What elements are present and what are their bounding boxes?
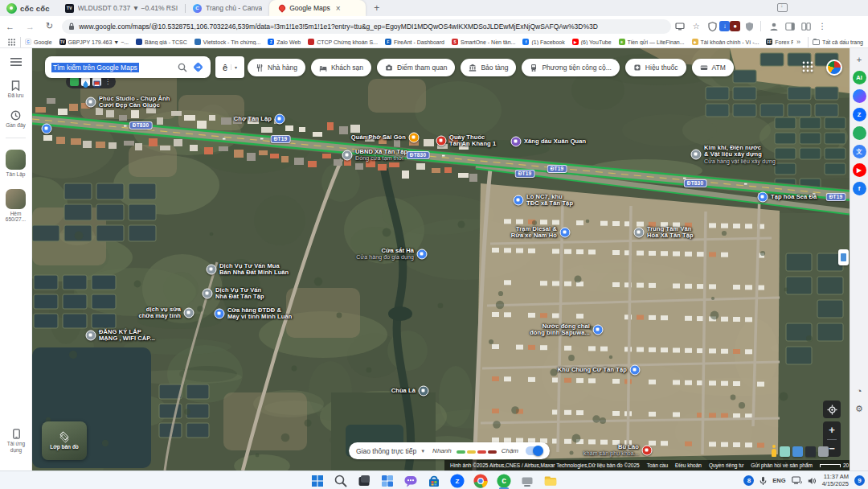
poi-kim-khi-dien-nuoc-pin-icon[interactable] bbox=[691, 150, 702, 160]
traffic-control[interactable]: Giao thông trực tiếp ▼ Nhanh Chậm bbox=[349, 442, 550, 459]
water-drop-ext-icon[interactable] bbox=[81, 77, 90, 86]
chip-transit[interactable]: Phương tiện công cộ... bbox=[522, 59, 619, 76]
bookmarks-overflow[interactable]: » bbox=[793, 38, 804, 46]
pegman-icon[interactable] bbox=[770, 445, 777, 457]
poi-dang-ky-lap-mang-pin-icon[interactable] bbox=[86, 331, 96, 341]
traffic-dropdown[interactable]: Giao thông trực tiếp bbox=[356, 447, 416, 455]
split-view-icon[interactable] bbox=[799, 19, 813, 34]
poi-tap-hoa-sea-da-pin-icon[interactable] bbox=[758, 192, 768, 203]
youtube-icon[interactable]: ▶ bbox=[853, 163, 866, 177]
directions-icon[interactable] bbox=[192, 61, 204, 73]
poi-nuoc-dong-chai-pin-icon[interactable] bbox=[593, 325, 604, 335]
attribution-link[interactable]: Gửi phản hồi về sản phẩm bbox=[751, 462, 813, 468]
bookmark-item[interactable]: f(1) Facebook bbox=[522, 39, 564, 45]
imagery-tile[interactable] bbox=[805, 446, 816, 457]
bookmark-item[interactable]: TVGBPJPY 179.463 ▼ −... bbox=[59, 39, 129, 45]
bookmark-item[interactable]: SSmartOne - Nền tản... bbox=[452, 39, 515, 45]
my-location-button[interactable] bbox=[823, 401, 841, 418]
search-input[interactable]: Tìm kiếm trên Google Maps bbox=[51, 63, 139, 72]
tray-badge-left[interactable]: 8 bbox=[743, 475, 754, 486]
poi-nuoc-dong-chai-label[interactable]: Nước đóng chai đóng bình Sapuwa... bbox=[530, 323, 590, 337]
address-bar[interactable]: www.google.com/maps/@10.5328751,106.7032… bbox=[62, 19, 671, 34]
overlay-menu-icon[interactable]: ⋮ bbox=[104, 78, 112, 85]
profile-icon[interactable] bbox=[767, 19, 781, 34]
browser-menu-icon[interactable]: ⋮ bbox=[815, 19, 829, 34]
add-panel-icon[interactable]: + bbox=[853, 52, 866, 66]
forward-button[interactable]: → bbox=[20, 22, 40, 31]
poi-quan-pho-sai-gon-label[interactable]: Quán Phở Sài Gòn bbox=[351, 134, 406, 142]
history-icon[interactable]: ◔ bbox=[853, 384, 866, 397]
attribution-link[interactable]: Quyền riêng tư bbox=[709, 462, 743, 468]
poi-chua-la-label[interactable]: Chùa Là bbox=[391, 388, 416, 395]
bookmark-item[interactable]: Vietstock - Tin chứng... bbox=[194, 39, 260, 45]
poi-khu-chung-cu-pin-icon[interactable] bbox=[630, 365, 641, 376]
poi-dv-mua-ban-nha-dat-label[interactable]: Dịch Vụ Tư Vấn Mua Bán Nhà Đất Minh Luân bbox=[219, 263, 289, 277]
poi-kim-khi-dien-nuoc-label[interactable]: Kim khí, Điện nước & Vật liệu xây dựngCử… bbox=[704, 145, 776, 166]
poi-phuc-studio-label[interactable]: Phúc Studio - Chụp Ảnh Cưới Đẹp Cần Giuộ… bbox=[99, 96, 170, 109]
rail-place-0[interactable]: Tân Lập bbox=[0, 150, 31, 178]
taskbar-chrome-icon[interactable] bbox=[473, 473, 489, 489]
microphone-icon[interactable] bbox=[760, 476, 767, 486]
poi-dv-nha-dat-tan-tap-pin-icon[interactable] bbox=[203, 289, 213, 299]
rail-place-1[interactable]: Hẻm 650/27... bbox=[0, 189, 31, 223]
network-icon[interactable] bbox=[792, 476, 802, 485]
language-indicator[interactable]: ENG bbox=[772, 477, 785, 484]
taskbar-search-icon[interactable] bbox=[333, 473, 349, 489]
taskbar-taskview-icon[interactable] bbox=[356, 473, 372, 489]
volume-icon[interactable] bbox=[808, 477, 817, 485]
poi-lo-nc7-label[interactable]: Lô NC7, khu TĐC xã Tân Tập bbox=[526, 194, 573, 208]
account-avatar[interactable] bbox=[826, 60, 842, 76]
bookmark-item[interactable]: ZZalo Web bbox=[268, 39, 301, 45]
chip-restaurant[interactable]: Nhà hàng bbox=[248, 59, 305, 76]
taskbar-coccoc-icon[interactable]: c bbox=[496, 473, 512, 489]
extension-shield-icon[interactable] bbox=[742, 19, 756, 34]
poi-cua-sat-ha-label[interactable]: Cửa sắt HàCửa hàng đồ gia dụng bbox=[356, 248, 414, 261]
browser-brand[interactable]: cốc cốc bbox=[0, 3, 58, 14]
messenger-icon[interactable] bbox=[853, 89, 866, 103]
poi-quan-pho-sai-gon-pin-icon[interactable] bbox=[409, 133, 420, 143]
chip-pharmacy[interactable]: Hiệu thuốc bbox=[625, 59, 686, 76]
search-icon[interactable] bbox=[178, 63, 187, 72]
poi-cho-tan-lap-pin-icon[interactable] bbox=[275, 114, 285, 125]
translate-icon[interactable]: 文 bbox=[853, 145, 866, 158]
poi-sua-chua-may-tinh-pin-icon[interactable] bbox=[184, 308, 194, 318]
flag-ext-icon[interactable] bbox=[92, 77, 101, 86]
bookmark-item[interactable]: ◆Tài khoản chính - Ví -... bbox=[692, 39, 760, 45]
bookmark-item[interactable]: FFForex Factory | Forex... bbox=[766, 39, 793, 45]
bookmark-item[interactable]: Bảng giá - TCSC bbox=[136, 39, 187, 45]
taskbar-start-icon[interactable] bbox=[309, 473, 326, 489]
poi-cua-hang-dtdd-label[interactable]: Cửa hàng ĐTDĐ & Máy vi tính Minh Luân bbox=[227, 307, 292, 321]
side-panel-icon[interactable] bbox=[783, 19, 797, 34]
taskbar-explorer-icon[interactable] bbox=[542, 473, 559, 489]
back-button[interactable]: ← bbox=[0, 22, 20, 31]
poi-quay-thuoc-tan-an-khang-label[interactable]: Quầy Thuốc Tân An Khang 1 bbox=[449, 134, 496, 148]
poi-phong-kham-label[interactable]: Bù Làokhám sản phụ khoa... bbox=[583, 444, 639, 458]
poi-cua-sat-ha-pin-icon[interactable] bbox=[417, 249, 428, 260]
bookmark-item[interactable]: GGoogle bbox=[25, 39, 52, 45]
poi-xang-dau-xuan-quan-pin-icon[interactable] bbox=[511, 137, 522, 147]
poi-dv-mua-ban-nha-dat-pin-icon[interactable] bbox=[207, 265, 217, 275]
taskbar-zalo-icon[interactable]: Z bbox=[449, 473, 465, 489]
poi-phuc-studio-pin-icon[interactable] bbox=[86, 97, 96, 108]
poi-tram-diesal-label[interactable]: Trạm Diesal & Rửa xe Nam Hồ bbox=[511, 226, 557, 240]
menu-button[interactable] bbox=[0, 58, 31, 66]
taskbar-chat-icon[interactable] bbox=[403, 473, 419, 489]
security-shield-icon[interactable] bbox=[705, 19, 719, 34]
bookmark-item[interactable]: CTCP Chứng khoán S... bbox=[308, 39, 378, 45]
poi-trung-tam-van-hoa-label[interactable]: Trung Tâm Văn Hóa Xã Tân Tập bbox=[647, 226, 694, 240]
get-app-button[interactable]: Tải ứng dụng bbox=[0, 429, 32, 453]
chat-icon[interactable] bbox=[853, 126, 866, 140]
zoom-in-button[interactable]: + bbox=[823, 421, 841, 439]
side-panel-toggle[interactable] bbox=[838, 249, 849, 265]
poi-xang-dau-xuan-quan-label[interactable]: Xăng dầu Xuân Quan bbox=[524, 138, 586, 146]
translate-ext-icon[interactable] bbox=[70, 77, 79, 86]
attribution-link[interactable]: Điều khoản bbox=[675, 462, 702, 468]
ime-caret-icon[interactable]: ▾ bbox=[231, 64, 237, 70]
poi-quay-thuoc-tan-an-khang-pin-icon[interactable] bbox=[436, 136, 447, 146]
map-layers-button[interactable]: Lớp bản đồ bbox=[42, 421, 87, 460]
taskbar-store-icon[interactable] bbox=[426, 473, 442, 489]
bookmark-star-icon[interactable]: ☆ bbox=[689, 19, 703, 34]
poi-chua-la-pin-icon[interactable] bbox=[419, 386, 429, 397]
poi-dv-nha-dat-tan-tap-label[interactable]: Dịch Vụ Tư Vấn Nhà Đất Tân Tập bbox=[215, 287, 264, 301]
browser-tab-maps[interactable]: Google Maps× bbox=[269, 0, 366, 16]
